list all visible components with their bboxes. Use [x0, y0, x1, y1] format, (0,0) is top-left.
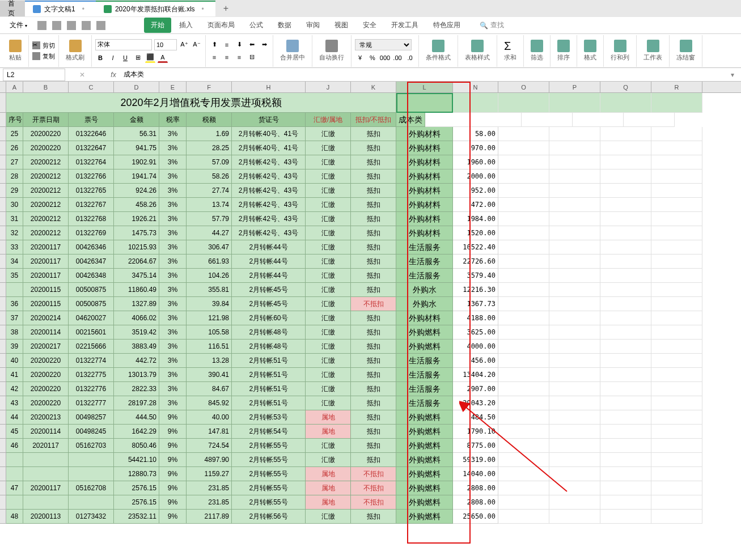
cell-invoice[interactable]: [69, 467, 114, 481]
cell-tax[interactable]: 4897.90: [187, 453, 232, 467]
cell-deduct[interactable]: 抵扣: [351, 184, 396, 198]
redo-icon[interactable]: [96, 21, 105, 30]
cell-total[interactable]: 14040.00: [453, 467, 498, 481]
cell-seq[interactable]: 26: [6, 141, 23, 155]
format-painter-button[interactable]: 格式刷: [62, 39, 88, 63]
cell-deduct[interactable]: 抵扣: [351, 254, 396, 269]
cell-cost-type[interactable]: 外购材料: [396, 155, 453, 169]
cell-remit[interactable]: 属地: [306, 481, 351, 495]
cell-remit[interactable]: 汇缴: [306, 510, 351, 524]
cell-invoice[interactable]: 00426348: [69, 269, 114, 283]
fill-color-button[interactable]: ⬛: [145, 53, 155, 63]
cell-invoice[interactable]: 01322765: [69, 184, 114, 198]
cell-invoice[interactable]: 00498257: [69, 410, 114, 425]
cell-amount[interactable]: 56.31: [114, 127, 159, 141]
menu-special[interactable]: 特色应用: [426, 18, 467, 33]
cell-rate[interactable]: 9%: [159, 481, 187, 495]
cell-seq[interactable]: 30: [6, 198, 23, 212]
cell-seq[interactable]: 42: [6, 382, 23, 396]
cell-total[interactable]: 59319.00: [453, 453, 498, 467]
cell-amount[interactable]: 23532.11: [114, 510, 159, 524]
spreadsheet-grid[interactable]: ABCDEFHJKLNOPQR 2020年2月增值税专用发票进项税额序号开票日期…: [0, 82, 741, 560]
cell-rate[interactable]: 9%: [159, 453, 187, 467]
cell-voucher[interactable]: 2月转帐51号: [232, 396, 306, 410]
header-H[interactable]: 货证号: [232, 113, 306, 127]
cell-voucher[interactable]: 2月转帐54号: [232, 425, 306, 439]
cell-cost-type[interactable]: 外购材料: [396, 212, 453, 226]
cell-tax[interactable]: 84.67: [187, 382, 232, 396]
menu-insert[interactable]: 插入: [172, 18, 200, 33]
col-header-E[interactable]: E: [159, 82, 187, 92]
cell-invoice[interactable]: 01322764: [69, 155, 114, 169]
col-header-F[interactable]: F: [187, 82, 232, 92]
cell-tax[interactable]: 13.74: [187, 198, 232, 212]
cell-seq[interactable]: 38: [6, 325, 23, 340]
col-header-Q[interactable]: Q: [600, 82, 651, 92]
cell-invoice[interactable]: 01322646: [69, 127, 114, 141]
cell-invoice[interactable]: [69, 453, 114, 467]
cell-cost-type[interactable]: 外购燃料: [396, 495, 453, 510]
cell-deduct[interactable]: 抵扣: [351, 269, 396, 283]
cell-tax[interactable]: 355.81: [187, 283, 232, 297]
italic-button[interactable]: I: [108, 53, 118, 63]
cell-deduct[interactable]: 抵扣: [351, 240, 396, 254]
cell-amount[interactable]: 54421.10: [114, 453, 159, 467]
cell-tax[interactable]: 1159.27: [187, 467, 232, 481]
cell-voucher[interactable]: 2月转帐55号: [232, 467, 306, 481]
cell-voucher[interactable]: 2月转帐51号: [232, 368, 306, 382]
underline-button[interactable]: U: [120, 53, 130, 63]
cell-amount[interactable]: 28197.28: [114, 396, 159, 410]
tab-word-doc[interactable]: 文字文稿1•: [25, 1, 96, 16]
header-L[interactable]: 成本类: [396, 113, 425, 127]
align-left-icon[interactable]: ≡: [209, 52, 219, 62]
cell-date[interactable]: 20200117: [23, 269, 69, 283]
cell-date[interactable]: 20200117: [23, 240, 69, 254]
cell-rate[interactable]: 3%: [159, 254, 187, 269]
cell-voucher[interactable]: 2月转帐42号、43号: [232, 169, 306, 184]
cell-remit[interactable]: 汇缴: [306, 226, 351, 240]
cell-rate[interactable]: 3%: [159, 311, 187, 325]
table-style-button[interactable]: 表格样式: [461, 39, 493, 63]
align-center-icon[interactable]: ≡: [222, 52, 232, 62]
cell-voucher[interactable]: 2月转帐60号: [232, 311, 306, 325]
menu-dev[interactable]: 开发工具: [384, 18, 425, 33]
cell-total[interactable]: 4000.00: [453, 340, 498, 354]
cell-seq[interactable]: 47: [6, 481, 23, 495]
cell-amount[interactable]: 1902.91: [114, 155, 159, 169]
cell-rate[interactable]: 3%: [159, 184, 187, 198]
cell-cost-type[interactable]: 外购水: [396, 283, 453, 297]
cell-invoice[interactable]: 01322776: [69, 382, 114, 396]
col-header-B[interactable]: B: [23, 82, 69, 92]
cell-deduct[interactable]: 抵扣: [351, 169, 396, 184]
rowcol-button[interactable]: 行和列: [607, 39, 633, 63]
cell-date[interactable]: 20200212: [23, 226, 69, 240]
align-bottom-icon[interactable]: ⬇: [234, 40, 244, 50]
undo-icon[interactable]: [82, 21, 91, 30]
cell-date[interactable]: 20200114: [23, 425, 69, 439]
col-header-N[interactable]: N: [453, 82, 498, 92]
cell-voucher[interactable]: 2月转帐44号: [232, 254, 306, 269]
cell-date[interactable]: 20200115: [23, 297, 69, 311]
cell-deduct[interactable]: 抵扣: [351, 439, 396, 453]
cell-date[interactable]: 20200114: [23, 325, 69, 340]
cell-seq[interactable]: 41: [6, 368, 23, 382]
cell-tax[interactable]: 231.85: [187, 495, 232, 510]
cell-tax[interactable]: 40.00: [187, 410, 232, 425]
bold-button[interactable]: B: [95, 53, 105, 63]
font-select[interactable]: [95, 39, 152, 50]
cell-date[interactable]: 20200220: [23, 141, 69, 155]
cell-amount[interactable]: 442.72: [114, 354, 159, 368]
cell-deduct[interactable]: 抵扣: [351, 198, 396, 212]
cell-invoice[interactable]: 01322777: [69, 396, 114, 410]
cell-remit[interactable]: 汇缴: [306, 169, 351, 184]
border-button[interactable]: ⊞: [133, 53, 143, 63]
cell-remit[interactable]: 汇缴: [306, 354, 351, 368]
decrease-font-icon[interactable]: A⁻: [192, 40, 202, 50]
cell-invoice[interactable]: 00500875: [69, 297, 114, 311]
copy-button[interactable]: 复制: [32, 52, 55, 61]
cell-total[interactable]: 13404.20: [453, 368, 498, 382]
cell-seq[interactable]: 36: [6, 297, 23, 311]
search-button[interactable]: 🔍查找: [480, 20, 504, 30]
cell-seq[interactable]: 43: [6, 396, 23, 410]
formula-input[interactable]: 成本类: [119, 70, 731, 79]
